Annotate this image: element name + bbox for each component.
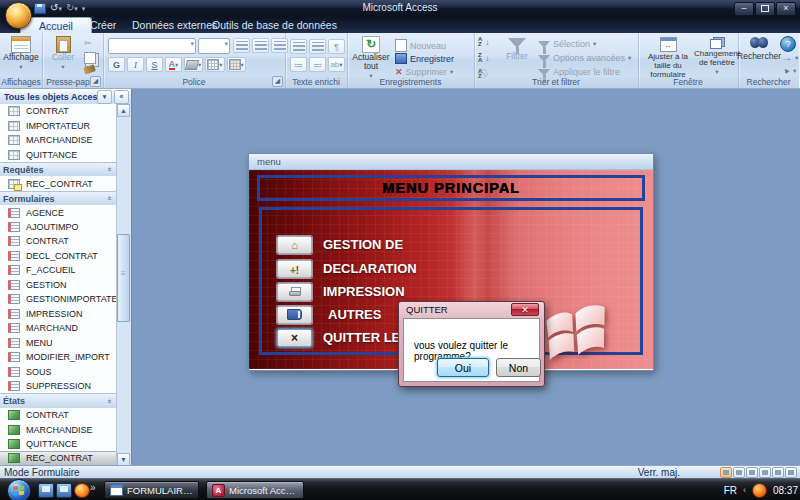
nav-object-row[interactable]: AGENCE « <box>0 205 117 219</box>
section-collapse-icon[interactable]: « <box>104 399 113 403</box>
nav-object-row[interactable]: GESTION « <box>0 278 117 292</box>
indent-decrease-button[interactable] <box>290 39 307 54</box>
nav-object-row[interactable]: MENU « <box>0 336 117 350</box>
italic-button[interactable]: I <box>127 57 144 72</box>
nav-object-row[interactable]: GESTIONIMPORTATEUR « <box>0 292 117 306</box>
section-collapse-icon[interactable]: « <box>104 196 113 200</box>
dialog-title[interactable]: QUITTER <box>406 304 448 315</box>
start-button[interactable] <box>7 479 31 500</box>
font-color-button[interactable]: A▾ <box>165 57 182 72</box>
font-name-combo[interactable] <box>108 38 196 54</box>
align-left-button[interactable] <box>233 38 250 53</box>
selection-button[interactable]: Sélection▾ <box>538 39 596 49</box>
filtrer-button[interactable]: Filtrer <box>500 38 534 61</box>
supprimer-button[interactable]: ✕Supprimer▾ <box>395 67 453 77</box>
options-avancees-button[interactable]: Options avancées▾ <box>538 53 631 63</box>
bullet-list-button[interactable]: ≔ <box>290 57 307 72</box>
changement-fenetre-button[interactable]: Changement de fenêtre▾ <box>696 37 738 76</box>
highlight-button[interactable]: ab▾ <box>328 57 345 72</box>
nav-object-row[interactable]: Formulaires « <box>0 191 117 205</box>
nouveau-button[interactable]: Nouveau <box>395 39 446 52</box>
close-button[interactable]: × <box>776 2 796 16</box>
sort-desc-button[interactable]: ZA↓ <box>478 53 489 63</box>
nav-object-row[interactable]: MARCHAND « <box>0 321 117 335</box>
nav-pane-shutter-icon[interactable]: « <box>114 90 129 104</box>
non-button[interactable]: Non <box>496 358 541 377</box>
nav-object-row[interactable]: SUPPRESSION « <box>0 379 117 393</box>
scrollbar-thumb[interactable] <box>117 234 130 322</box>
impression-button[interactable] <box>277 283 312 301</box>
indent-increase-button[interactable] <box>309 39 326 54</box>
minimize-button[interactable]: – <box>734 2 754 16</box>
taskbar-item-access[interactable]: A Microsoft Access - S... <box>206 481 304 499</box>
oui-button[interactable]: Oui <box>437 358 489 377</box>
selectionner-button[interactable]: ▲▾ <box>782 66 796 75</box>
clipboard-dialog-launcher[interactable]: ◢ <box>90 76 101 87</box>
nav-object-row[interactable]: MODIFIER_IMPORT « <box>0 350 117 364</box>
form-window-titlebar[interactable]: menu <box>249 154 653 170</box>
sort-asc-button[interactable]: AZ↓ <box>478 37 489 47</box>
affichage-button[interactable]: Affichage▾ <box>3 36 39 71</box>
nav-object-row[interactable]: QUITTANCE « <box>0 437 117 451</box>
align-center-button[interactable] <box>252 38 269 53</box>
bold-button[interactable]: G <box>108 57 125 72</box>
gridlines-button[interactable]: ▾ <box>205 57 224 72</box>
form-view-icon[interactable] <box>720 467 732 478</box>
tray-expand-icon[interactable]: ‹ <box>743 485 746 495</box>
nav-object-row[interactable]: REC_CONTRAT « <box>0 451 117 465</box>
quitter-button[interactable]: × <box>277 329 312 347</box>
taskbar-item-formulaire[interactable]: FORMULAIRE - Micr... <box>104 481 199 499</box>
tab-outils-bdd[interactable]: Outils de base de données <box>202 17 347 33</box>
datasheet-view-icon[interactable] <box>733 467 745 478</box>
copier-button[interactable] <box>84 52 96 64</box>
reproduire-mise-en-forme-button[interactable] <box>84 66 95 73</box>
font-size-combo[interactable] <box>198 38 230 54</box>
direction-button[interactable]: ¶ <box>328 39 345 54</box>
actualiser-tout-button[interactable]: ↻ Actualiser tout▾ <box>350 36 392 80</box>
ajuster-taille-button[interactable]: Ajuster à la taille du formulaire <box>640 37 696 79</box>
section-collapse-icon[interactable]: « <box>104 167 113 171</box>
fill-color-button[interactable]: ▾ <box>184 57 203 72</box>
help-icon[interactable]: ? <box>780 36 796 52</box>
clock[interactable]: 08:37 <box>773 485 798 496</box>
nav-object-row[interactable]: REC_CONTRAT « <box>0 176 117 190</box>
pivot-table-view-icon[interactable] <box>746 467 758 478</box>
nav-object-row[interactable]: États « <box>0 393 117 407</box>
restore-button[interactable] <box>755 2 775 16</box>
nav-object-row[interactable]: AJOUTIMPO « <box>0 220 117 234</box>
pivot-chart-view-icon[interactable] <box>759 467 771 478</box>
dialog-close-icon[interactable]: ✕ <box>511 303 539 316</box>
nav-object-row[interactable]: CONTRAT « <box>0 408 117 422</box>
autres-button[interactable] <box>277 306 312 324</box>
firefox-icon[interactable] <box>74 483 90 498</box>
couper-button[interactable]: ✂ <box>84 38 92 48</box>
show-desktop-icon[interactable] <box>38 483 54 498</box>
nav-pane-header[interactable]: Tous les objets Access ▾ « <box>0 89 131 105</box>
nav-pane-menu-icon[interactable]: ▾ <box>97 90 112 104</box>
enregistrer-button[interactable]: Enregistrer <box>395 53 454 64</box>
nav-object-row[interactable]: IMPRESSION « <box>0 307 117 321</box>
nav-object-row[interactable]: DECL_CONTRAT « <box>0 249 117 263</box>
rechercher-button[interactable]: Rechercher <box>739 37 779 61</box>
nav-object-row[interactable]: CONTRAT « <box>0 104 117 118</box>
nav-scrollbar[interactable]: ▲ ▼ <box>116 104 131 466</box>
switch-windows-quicklaunch-icon[interactable] <box>56 483 72 498</box>
gestion-button[interactable]: ⌂ <box>277 236 312 254</box>
tab-creer[interactable]: Créer <box>80 17 126 33</box>
declaration-button[interactable]: +! <box>277 260 312 278</box>
nav-object-row[interactable]: CONTRAT « <box>0 234 117 248</box>
nav-object-row[interactable]: Requêtes « <box>0 162 117 176</box>
nav-object-row[interactable]: QUITTANCE « <box>0 147 117 161</box>
atteindre-button[interactable]: →▾ <box>782 52 798 63</box>
layout-view-icon[interactable] <box>772 467 784 478</box>
underline-button[interactable]: S <box>146 57 163 72</box>
numbered-list-button[interactable]: ≕ <box>309 57 326 72</box>
alternate-fill-button[interactable]: ▾ <box>227 57 246 72</box>
coller-button[interactable]: Coller▾ <box>47 36 79 71</box>
tray-app-icon[interactable] <box>752 483 767 498</box>
quicklaunch-overflow-icon[interactable]: » <box>90 482 96 493</box>
police-dialog-launcher[interactable]: ◢ <box>272 76 283 87</box>
office-button[interactable] <box>5 2 32 29</box>
scroll-up-icon[interactable]: ▲ <box>117 104 130 117</box>
nav-object-row[interactable]: IMPORTATEUR « <box>0 118 117 132</box>
